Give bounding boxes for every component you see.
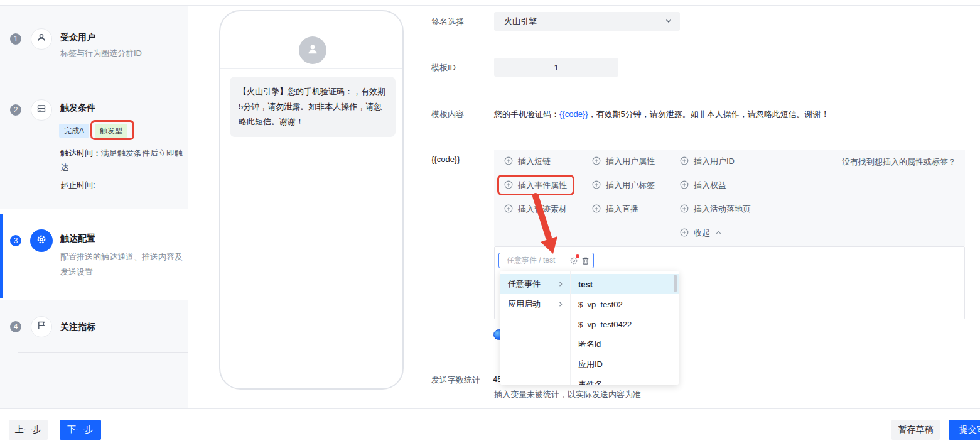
variable-settings-icon[interactable] xyxy=(569,256,578,265)
code-variable-label: {{code}} xyxy=(431,155,460,164)
avatar xyxy=(299,36,326,64)
template-id-label: 模板ID xyxy=(431,62,456,74)
sms-preview-bubble: 【火山引擎】您的手机验证码：，有效期5分钟，请勿泄露。如非本人操作，请忽略此短信… xyxy=(230,77,396,137)
step-4-title[interactable]: 关注指标 xyxy=(60,322,95,333)
plus-circle-icon xyxy=(504,156,513,167)
divider xyxy=(18,352,188,353)
signature-select[interactable]: 火山引擎 xyxy=(494,12,680,31)
divider xyxy=(18,82,188,82)
step-3-title[interactable]: 触达配置 xyxy=(60,233,95,244)
plus-circle-icon xyxy=(592,204,601,215)
step-1-number: 1 xyxy=(10,33,21,45)
plus-circle-icon xyxy=(680,180,689,191)
category-app-launch[interactable]: 应用启动 xyxy=(500,294,570,314)
annotation-box-trigger-type xyxy=(90,120,134,140)
plus-circle-icon xyxy=(680,156,689,167)
plus-circle-icon xyxy=(592,156,601,167)
insert-landing-page-button[interactable]: 插入活动落地页 xyxy=(680,202,751,216)
option-vp-test02[interactable]: $_vp_test02 xyxy=(571,294,679,314)
step-2-title[interactable]: 触发条件 xyxy=(60,102,95,114)
template-variable: {{code}} xyxy=(559,109,588,119)
option-vp-test0422[interactable]: $_vp_test0422 xyxy=(571,314,679,334)
plus-circle-icon xyxy=(504,204,513,215)
template-content-text: 您的手机验证码：{{code}}，有效期5分钟，请勿泄露。如非本人操作，请忽略此… xyxy=(494,109,961,120)
cascader-categories: 任意事件 应用启动 xyxy=(500,271,571,385)
signature-label: 签名选择 xyxy=(431,16,464,28)
cascader-options: test $_vp_test02 $_vp_test0422 匿名id 应用ID… xyxy=(571,271,679,385)
insert-shortlink-button[interactable]: 插入短链 xyxy=(504,155,551,168)
option-app-id[interactable]: 应用ID xyxy=(571,354,679,375)
divider xyxy=(18,209,188,209)
option-event-name[interactable]: 事件名 xyxy=(571,375,679,385)
reach-time-text: 触达时间：满足触发条件后立即触达 xyxy=(60,146,186,175)
insert-live-button[interactable]: 插入直播 xyxy=(592,202,638,216)
option-test[interactable]: test xyxy=(571,274,679,294)
active-step-indicator xyxy=(0,214,3,298)
step-1-title[interactable]: 受众用户 xyxy=(60,32,95,43)
category-any-event[interactable]: 任意事件 xyxy=(500,274,570,294)
footer-bar: 上一步 下一步 暂存草稿 提交审批 xyxy=(0,408,980,443)
step-4-number: 4 xyxy=(10,321,21,332)
char-count-label: 发送字数统计 xyxy=(431,375,480,386)
template-content-prefix: 您的手机验证码： xyxy=(494,109,559,119)
signature-value: 火山引擎 xyxy=(504,16,665,27)
plus-circle-icon xyxy=(592,180,601,191)
step-1-subtitle: 标签与行为圈选分群ID xyxy=(60,46,142,61)
step-3-icon-circle[interactable] xyxy=(30,229,53,252)
step-3-subtitle: 配置推送的触达通道、推送内容及发送设置 xyxy=(60,249,190,280)
plus-circle-icon xyxy=(680,204,689,215)
step-2-number: 2 xyxy=(10,104,21,116)
chevron-right-icon xyxy=(557,280,564,289)
phone-preview: 【火山引擎】您的手机验证码：，有效期5分钟，请勿泄露。如非本人操作，请忽略此短信… xyxy=(219,10,404,390)
save-draft-button[interactable]: 暂存草稿 xyxy=(891,420,940,440)
scrollbar-thumb[interactable] xyxy=(674,275,677,292)
step-3-number: 3 xyxy=(10,235,21,246)
submit-review-button[interactable]: 提交审批 xyxy=(949,420,980,440)
chevron-down-icon xyxy=(665,17,672,26)
event-cascader-dropdown: 任意事件 应用启动 test $_vp_test02 $_vp_test0422… xyxy=(500,271,679,385)
step-1-icon-circle[interactable] xyxy=(31,28,52,50)
option-anonymous-id[interactable]: 匿名id xyxy=(571,334,679,354)
chevron-right-icon xyxy=(557,300,564,309)
annotation-arrow xyxy=(521,189,565,258)
text-cursor xyxy=(503,256,503,265)
next-step-button[interactable]: 下一步 xyxy=(60,420,101,440)
template-content-suffix: ，有效期5分钟，请勿泄露。如非本人操作，请忽略此短信。谢谢！ xyxy=(588,109,829,119)
list-icon xyxy=(36,104,46,116)
user-icon xyxy=(36,33,46,45)
chevron-up-icon xyxy=(715,229,722,238)
insert-user-tag-button[interactable]: 插入用户标签 xyxy=(592,178,655,192)
gear-icon xyxy=(36,234,47,248)
badge-complete-a: 完成A xyxy=(59,124,89,138)
period-label: 起止时间: xyxy=(60,178,186,192)
trash-icon[interactable] xyxy=(581,256,590,265)
insert-user-attr-button[interactable]: 插入用户属性 xyxy=(592,155,655,168)
reach-time-label: 触达时间： xyxy=(60,148,101,158)
steps-sidebar xyxy=(0,6,188,408)
step-4-icon-circle[interactable] xyxy=(31,316,52,337)
phone-header-divider xyxy=(220,68,402,69)
insert-user-id-button[interactable]: 插入用户ID xyxy=(680,155,735,168)
template-content-label: 模板内容 xyxy=(431,109,464,120)
notification-dot xyxy=(576,254,579,258)
not-found-hint-link[interactable]: 没有找到想插入的属性或标签？ xyxy=(842,156,956,168)
plus-circle-icon xyxy=(680,228,689,239)
page: 1 受众用户 标签与行为圈选分群ID 2 触发条件 完成A 触发型 触达时间：满… xyxy=(0,0,980,443)
template-id-input[interactable]: 1 xyxy=(494,58,618,77)
person-icon xyxy=(306,42,320,58)
insert-benefit-button[interactable]: 插入权益 xyxy=(680,178,726,192)
prev-step-button[interactable]: 上一步 xyxy=(9,420,48,440)
char-count-note: 插入变量未被统计，以实际发送内容为准 xyxy=(494,389,641,400)
step-2-icon-circle[interactable] xyxy=(31,99,52,121)
flag-icon xyxy=(36,320,46,333)
collapse-button[interactable]: 收起 xyxy=(680,226,722,240)
template-id-value: 1 xyxy=(554,63,558,72)
